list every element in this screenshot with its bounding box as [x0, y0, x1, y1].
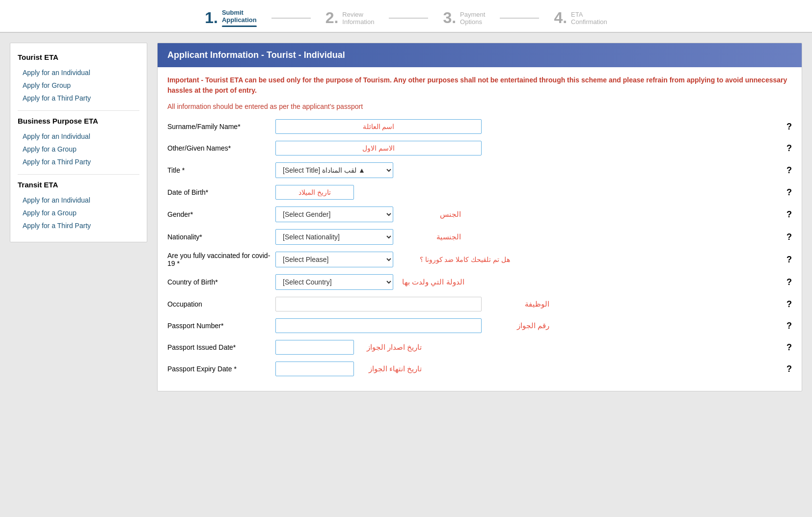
help-icon-dob[interactable]: ? [786, 187, 792, 198]
row-country-birth: Country of Birth* [Select Country] الدول… [167, 274, 792, 290]
field-country-birth: [Select Country] الدولة التي ولدت بها [275, 274, 782, 290]
step-sep-2 [389, 18, 428, 19]
field-occupation: الوظيفة [275, 297, 782, 311]
step-1-sublabel: Application [222, 16, 257, 24]
step-2-sublabel: Information [342, 18, 374, 26]
sidebar-item-transit-group[interactable]: Apply for a Group [18, 207, 139, 219]
field-covid: [Select Please] Yes No هل تم تلقيحك كامل… [275, 252, 782, 267]
input-given-names[interactable] [275, 141, 482, 155]
input-passport-number[interactable] [275, 318, 482, 333]
step-1-number: 1. [205, 9, 218, 27]
arabic-hint-passport-expiry: تاريخ انتهاء الجواز [363, 364, 422, 373]
help-icon-covid[interactable]: ? [786, 255, 792, 265]
row-nationality: Nationality* [Select Nationality] الجنسي… [167, 229, 792, 245]
step-2-number: 2. [325, 9, 339, 27]
step-4-label: ETA [571, 11, 607, 18]
help-icon-surname[interactable]: ? [786, 122, 792, 132]
sidebar-item-business-third[interactable]: Apply for a Third Party [18, 155, 139, 168]
input-passport-expiry[interactable] [275, 362, 354, 376]
step-4-sublabel: Confirmation [571, 18, 607, 26]
warning-text: Important - Tourist ETA can be used only… [167, 75, 792, 96]
label-title: Title * [167, 166, 271, 174]
help-icon-passport-expiry[interactable]: ? [786, 364, 792, 374]
step-1-text: Submit Application [222, 9, 257, 27]
main-layout: Tourist ETA Apply for an Individual Appl… [0, 33, 812, 401]
step-4-text: ETA Confirmation [571, 11, 607, 26]
arabic-hint-country-birth: الدولة التي ولدت بها [402, 278, 464, 286]
field-passport-number: رقم الجواز [275, 318, 782, 333]
arabic-hint-covid: هل تم تلقيحك كاملا ضد كورونا ؟ [402, 256, 510, 263]
row-given-names: Other/Given Names* ? [167, 141, 792, 155]
step-3-text: Payment Options [460, 11, 485, 26]
form-body: Important - Tourist ETA can be used only… [158, 67, 802, 391]
sidebar-item-transit-individual[interactable]: Apply for an Individual [18, 194, 139, 207]
step-2-text: Review Information [342, 11, 374, 26]
sidebar-divider-1 [18, 110, 139, 111]
step-sep-1 [271, 18, 311, 19]
sidebar-item-transit-third[interactable]: Apply for a Third Party [18, 219, 139, 232]
sidebar-item-business-group[interactable]: Apply for a Group [18, 143, 139, 155]
sidebar-section-tourist-title: Tourist ETA [18, 53, 139, 61]
select-country-birth[interactable]: [Select Country] [275, 274, 393, 290]
input-passport-issued[interactable] [275, 340, 354, 355]
field-given-names [275, 141, 782, 155]
sidebar-divider-2 [18, 174, 139, 175]
select-nationality[interactable]: [Select Nationality] [275, 229, 393, 245]
form-area: Applicant Information - Tourist - Indivi… [157, 43, 802, 391]
step-3: 3. Payment Options [428, 9, 500, 27]
sidebar-section-transit-title: Transit ETA [18, 181, 139, 189]
field-nationality: [Select Nationality] الجنسية [275, 229, 782, 245]
step-4: 4. ETA Confirmation [539, 9, 622, 27]
step-4-number: 4. [554, 9, 567, 27]
label-gender: Gender* [167, 210, 271, 218]
sidebar-item-business-individual[interactable]: Apply for an Individual [18, 130, 139, 143]
row-passport-issued: Passport Issued Date* تاريخ اصدار الجواز… [167, 340, 792, 355]
help-icon-gender[interactable]: ? [786, 209, 792, 220]
progress-bar: 1. Submit Application 2. Review Informat… [0, 0, 812, 33]
row-gender: Gender* [Select Gender] Male Female الجن… [167, 207, 792, 222]
arabic-hint-gender: الجنس [402, 210, 461, 219]
step-3-number: 3. [443, 9, 456, 27]
sidebar: Tourist ETA Apply for an Individual Appl… [10, 43, 147, 242]
select-title[interactable]: [Select Title] لقب المناداة ▲ Mr Mrs Ms … [275, 162, 393, 178]
sidebar-item-tourist-third[interactable]: Apply for a Third Party [18, 92, 139, 104]
page-wrapper: 1. Submit Application 2. Review Informat… [0, 0, 812, 517]
info-text: All information should be entered as per… [167, 103, 792, 110]
label-passport-issued: Passport Issued Date* [167, 343, 271, 351]
step-2-label: Review [342, 11, 374, 18]
help-icon-passport-issued[interactable]: ? [786, 342, 792, 353]
field-surname [275, 119, 782, 134]
select-covid[interactable]: [Select Please] Yes No [275, 252, 393, 267]
step-2: 2. Review Information [311, 9, 389, 27]
step-sep-3 [500, 18, 539, 19]
help-icon-nationality[interactable]: ? [786, 232, 792, 242]
step-1-label: Submit [222, 9, 257, 16]
input-dob[interactable] [275, 185, 354, 200]
label-country-birth: Country of Birth* [167, 278, 271, 286]
label-given-names: Other/Given Names* [167, 144, 271, 152]
input-surname[interactable] [275, 119, 482, 134]
sidebar-item-tourist-individual[interactable]: Apply for an Individual [18, 66, 139, 79]
help-icon-passport-number[interactable]: ? [786, 321, 792, 331]
field-passport-issued: تاريخ اصدار الجواز [275, 340, 782, 355]
help-icon-country-birth[interactable]: ? [786, 277, 792, 287]
help-icon-given-names[interactable]: ? [786, 143, 792, 154]
sidebar-section-business-title: Business Purpose ETA [18, 117, 139, 125]
label-covid: Are you fully vaccinated for covid-19 * [167, 252, 271, 267]
select-gender[interactable]: [Select Gender] Male Female [275, 207, 393, 222]
arabic-hint-nationality: الجنسية [402, 233, 461, 241]
row-passport-number: Passport Number* رقم الجواز ? [167, 318, 792, 333]
row-dob: Date of Birth* ? [167, 185, 792, 200]
form-header: Applicant Information - Tourist - Indivi… [158, 43, 802, 67]
help-icon-title[interactable]: ? [786, 165, 792, 176]
input-occupation[interactable] [275, 297, 482, 311]
label-dob: Date of Birth* [167, 188, 271, 196]
label-nationality: Nationality* [167, 233, 271, 241]
help-icon-occupation[interactable]: ? [786, 299, 792, 310]
arabic-hint-passport-number: رقم الجواز [490, 321, 549, 330]
field-gender: [Select Gender] Male Female الجنس [275, 207, 782, 222]
field-dob [275, 185, 782, 200]
sidebar-item-tourist-group[interactable]: Apply for Group [18, 79, 139, 92]
step-3-sublabel: Options [460, 18, 485, 26]
step-1-underline [222, 26, 257, 27]
